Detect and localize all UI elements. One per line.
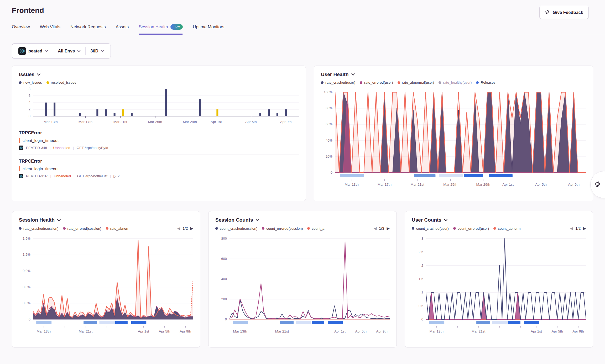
user-counts-panel: User Counts count_crashed(user)count_err… <box>405 211 593 347</box>
legend: rate_crashed(user)rate_errored(user)rate… <box>321 81 586 84</box>
react-project-icon <box>19 146 23 150</box>
megaphone-icon <box>545 9 550 15</box>
legend-item[interactable]: count_a <box>307 227 324 231</box>
play-icon: ▷ <box>113 174 116 178</box>
user-counts-legend-row: count_crashed(user)count_errored(user)co… <box>412 226 586 231</box>
chevron-down-icon <box>37 73 40 76</box>
y-axis: 02468 <box>19 87 33 126</box>
tab-session-health[interactable]: Session Health new <box>139 22 183 34</box>
session-health-chart[interactable]: 00.3%0.6%0.9%1.2%1.5%Mar 13thMar 21stApr… <box>19 233 193 335</box>
legend-item[interactable]: Releases <box>476 81 495 84</box>
issues-legend-row: new_issuesresolved_issues <box>19 81 299 84</box>
y-axis: 020%40%60%80%100% <box>321 87 335 188</box>
x-axis-label: Apr 1st <box>211 120 222 124</box>
session-health-legend-row: rate_crashed(session)rate_errored(sessio… <box>19 226 193 231</box>
legend-item[interactable]: rate_errored(session) <box>63 227 101 231</box>
user-health-panel-header[interactable]: User Health <box>321 72 586 77</box>
legend-item[interactable]: rate_crashed(user) <box>321 81 355 84</box>
legend-label: count_abnorm <box>498 227 520 231</box>
chevron-down-icon <box>256 219 259 221</box>
issues-bar-chart[interactable]: 02468Mar 13thMar 17thMar 21stMar 25thMar… <box>19 87 299 126</box>
legend-item[interactable]: count_abnorm <box>493 227 520 231</box>
project-selector[interactable]: peated <box>14 46 53 56</box>
environment-selector[interactable]: All Envs <box>53 46 85 56</box>
x-axis-label: Mar 21st <box>79 329 93 333</box>
legend-item[interactable]: count_crashed(user) <box>412 227 449 231</box>
pager-prev-icon[interactable]: ◀ <box>374 226 377 231</box>
legend-label: rate_errored(session) <box>67 227 101 231</box>
legend-item[interactable]: rate_crashed(session) <box>19 227 59 231</box>
legend-dot-icon <box>262 227 264 230</box>
meta-divider: | <box>73 146 74 150</box>
y-axis-label: 4 <box>29 100 30 104</box>
legend-label: rate_crashed(session) <box>23 227 59 231</box>
pager-next-icon[interactable]: ▶ <box>387 226 390 231</box>
legend-pager: ◀ 1/2 ▶ <box>177 226 193 231</box>
legend-dot-icon <box>106 227 108 230</box>
legend-pager: ◀ 1/2 ▶ <box>570 226 586 231</box>
y-axis-label: 0 <box>421 317 423 321</box>
tab-label: Uptime Monitors <box>193 24 224 29</box>
x-axis-label: Apr 5th <box>245 120 257 124</box>
legend-dot-icon <box>453 227 456 230</box>
legend-item[interactable]: rate_errored(user) <box>360 81 393 84</box>
date-range-selector[interactable]: 30D <box>86 46 109 56</box>
y-axis-label: 0 <box>331 170 332 174</box>
user-counts-panel-title: User Counts <box>412 217 441 223</box>
legend-item[interactable]: rate_healthy(user) <box>439 81 472 84</box>
tab-assets[interactable]: Assets <box>116 22 129 34</box>
issue-culprit-row: client_login_timeout <box>19 166 299 171</box>
tab-uptime-monitors[interactable]: Uptime Monitors <box>193 22 224 34</box>
issue-type[interactable]: TRPCError <box>19 159 299 164</box>
tab-label: Session Health <box>139 24 168 29</box>
new-badge: new <box>170 24 183 30</box>
issue-row[interactable]: TRPCError client_login_timeout PEATED-31… <box>19 159 299 178</box>
session-counts-panel-header[interactable]: Session Counts <box>215 217 390 223</box>
x-axis-label: Apr 5th <box>159 329 170 333</box>
pager-prev-icon[interactable]: ◀ <box>570 226 573 231</box>
give-feedback-button[interactable]: Give Feedback <box>539 6 589 19</box>
legend-label: rate_healthy(user) <box>443 81 472 84</box>
legend-item[interactable]: new_issues <box>19 81 42 84</box>
x-axis-label: Mar 13th <box>233 329 247 333</box>
tab-network-requests[interactable]: Network Requests <box>70 22 106 34</box>
pager-next-icon[interactable]: ▶ <box>190 226 193 231</box>
issue-row[interactable]: TRPCError client_login_timeout PEATED-34… <box>19 130 299 150</box>
legend-item[interactable]: rate_abnorr <box>106 227 129 231</box>
user-counts-chart[interactable]: 00.511.522.53Mar 13thMar 21stApr 1stApr … <box>412 233 586 335</box>
legend-item[interactable]: count_errored(user) <box>453 227 489 231</box>
x-axis-label: Apr 5th <box>535 183 547 186</box>
legend-item[interactable]: resolved_issues <box>46 81 76 84</box>
x-axis-label: Mar 29th <box>183 120 197 124</box>
user-counts-panel-header[interactable]: User Counts <box>412 217 586 223</box>
session-counts-legend-row: count_crashed(session)count_errored(sess… <box>215 226 390 231</box>
legend-label: count_errored(session) <box>266 227 303 231</box>
legend: new_issuesresolved_issues <box>19 81 299 84</box>
x-axis-label: Mar 25th <box>148 120 162 124</box>
tab-label: Overview <box>12 24 30 29</box>
replay-count-value: 2 <box>118 174 120 178</box>
user-health-panel: User Health rate_crashed(user)rate_error… <box>314 66 593 201</box>
top-panel-row: Issues new_issuesresolved_issues 02468Ma… <box>12 66 593 201</box>
pager-next-icon[interactable]: ▶ <box>583 226 586 231</box>
y-axis-label: 800 <box>221 237 227 240</box>
replay-count[interactable]: ▷ 2 <box>113 174 119 178</box>
tab-web-vitals[interactable]: Web Vitals <box>40 22 60 34</box>
issue-transaction: GET /trpc/entityById <box>76 146 108 150</box>
legend-dot-icon <box>46 81 49 84</box>
issues-panel-header[interactable]: Issues <box>19 72 299 77</box>
legend-item[interactable]: rate_abnormal(user) <box>398 81 434 84</box>
y-axis-label: 20% <box>326 154 332 158</box>
session-counts-chart[interactable]: 0200400600800Mar 13thMar 21stApr 1stApr … <box>215 233 390 335</box>
legend-item[interactable]: count_crashed(session) <box>215 227 257 231</box>
y-axis-label: 0 <box>29 114 30 118</box>
tab-overview[interactable]: Overview <box>12 22 30 34</box>
session-health-panel-title: Session Health <box>19 217 55 223</box>
legend-item[interactable]: count_errored(session) <box>262 227 303 231</box>
pager-prev-icon[interactable]: ◀ <box>177 226 180 231</box>
issue-type[interactable]: TRPCError <box>19 130 299 136</box>
issues-panel-title: Issues <box>19 72 34 77</box>
user-health-chart[interactable]: 020%40%60%80%100%Mar 13thMar 17thMar 21s… <box>321 87 586 188</box>
legend-dot-icon <box>412 227 414 230</box>
session-health-panel-header[interactable]: Session Health <box>19 217 193 223</box>
